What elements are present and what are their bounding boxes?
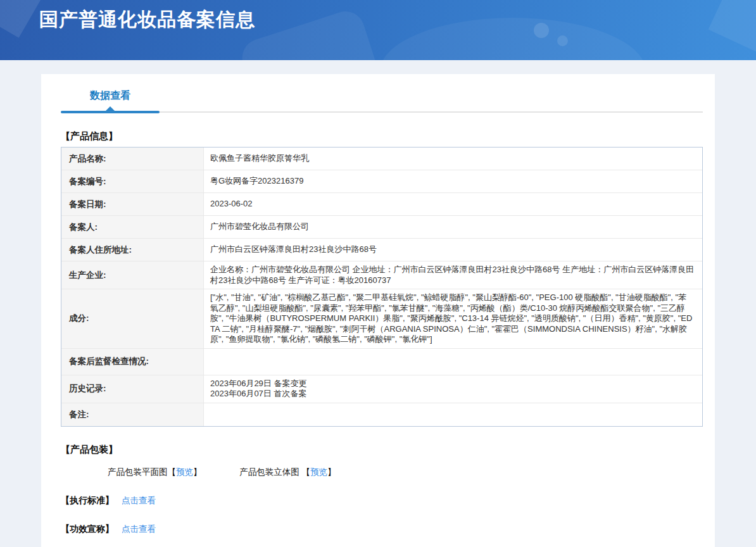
tab-bar: 数据查看 xyxy=(61,74,703,113)
row-value: 欧佩鱼子酱精华胶原箐华乳 xyxy=(204,148,702,170)
bracket-open: 【 xyxy=(302,467,311,477)
standards-label: 【执行标准】 xyxy=(61,495,114,505)
standards-row: 【执行标准】点击查看 xyxy=(61,495,703,506)
row-value: 广州市碧莹化妆品有限公司 xyxy=(204,216,702,238)
table-row-registrant-address: 备案人住所地址: 广州市白云区钟落潭良田村23社良沙中路68号 xyxy=(61,239,702,261)
bracket-close: 】 xyxy=(193,467,202,477)
row-label: 产品名称: xyxy=(61,148,204,170)
table-row-ingredients: 成分: ["水", "甘油", "矿油", "棕榈酸乙基己酯", "聚二甲基硅氧… xyxy=(61,289,702,349)
table-row-history: 历史记录: 2023年06月29日 备案变更 2023年06月07日 首次备案 xyxy=(61,375,702,403)
row-value: 2023-06-02 xyxy=(204,193,702,215)
row-value: ["水", "甘油", "矿油", "棕榈酸乙基己酯", "聚二甲基硅氧烷", … xyxy=(204,289,702,348)
row-label: 备案后监督检查情况: xyxy=(61,349,204,375)
packaging-stereo-view-item: 产品包装立体图 【预览】 xyxy=(239,467,336,478)
row-label: 生产企业: xyxy=(61,261,204,289)
row-value: 广州市白云区钟落潭良田村23社良沙中路68号 xyxy=(204,239,702,261)
row-label: 历史记录: xyxy=(61,375,204,403)
packaging-flat-view-preview-link[interactable]: 预览 xyxy=(176,467,193,477)
bracket-open: 【 xyxy=(168,467,177,477)
packaging-links-row: 产品包装平面图【预览】 产品包装立体图 【预览】 xyxy=(108,467,703,478)
row-label: 备案人: xyxy=(61,216,204,238)
row-label: 成分: xyxy=(61,289,204,348)
product-info-section-title: 【产品信息】 xyxy=(61,130,703,142)
product-info-table: 产品名称: 欧佩鱼子酱精华胶原箐华乳 备案编号: 粤G妆网备字202321637… xyxy=(61,147,703,427)
table-row-product-name: 产品名称: 欧佩鱼子酱精华胶原箐华乳 xyxy=(61,148,702,170)
bracket-close: 】 xyxy=(327,467,336,477)
table-row-registration-date: 备案日期: 2023-06-02 xyxy=(61,193,702,216)
efficacy-row: 【功效宣称】点击查看 xyxy=(61,524,703,535)
row-label: 备案人住所地址: xyxy=(61,239,204,261)
row-value xyxy=(204,349,702,375)
history-entry: 2023年06月29日 备案变更 xyxy=(210,379,306,389)
content-card: 数据查看 【产品信息】 产品名称: 欧佩鱼子酱精华胶原箐华乳 备案编号: 粤G妆… xyxy=(41,74,715,547)
table-row-manufacturer: 生产企业: 企业名称：广州市碧莹化妆品有限公司 企业地址：广州市白云区钟落潭良田… xyxy=(61,261,702,289)
standards-view-link[interactable]: 点击查看 xyxy=(122,496,156,505)
row-label: 备注: xyxy=(61,403,204,426)
packaging-stereo-view-label: 产品包装立体图 xyxy=(239,467,301,477)
packaging-flat-view-label: 产品包装平面图 xyxy=(108,467,168,477)
tab-active-indicator xyxy=(61,111,160,113)
row-label: 备案编号: xyxy=(61,170,204,192)
page-title: 国产普通化妆品备案信息 xyxy=(0,0,756,33)
row-value: 粤G妆网备字2023216379 xyxy=(204,170,702,192)
table-row-supervision-status: 备案后监督检查情况: xyxy=(61,349,702,375)
packaging-flat-view-item: 产品包装平面图【预览】 xyxy=(108,467,202,478)
table-row-registrant: 备案人: 广州市碧莹化妆品有限公司 xyxy=(61,216,702,239)
row-value: 2023年06月29日 备案变更 2023年06月07日 首次备案 xyxy=(204,375,702,403)
tab-track xyxy=(61,111,703,113)
efficacy-label: 【功效宣称】 xyxy=(61,524,114,534)
packaging-stereo-view-preview-link[interactable]: 预览 xyxy=(310,467,327,477)
table-row-remarks: 备注: xyxy=(61,403,702,426)
efficacy-view-link[interactable]: 点击查看 xyxy=(122,524,156,534)
history-entry: 2023年06月07日 首次备案 xyxy=(210,389,306,399)
packaging-section-title: 【产品包装】 xyxy=(61,444,703,456)
banner-decor-dot xyxy=(557,35,568,46)
row-value xyxy=(204,403,702,426)
page-header-banner: 国产普通化妆品备案信息 xyxy=(0,0,756,60)
row-label: 备案日期: xyxy=(61,193,204,215)
table-row-registration-number: 备案编号: 粤G妆网备字2023216379 xyxy=(61,170,702,193)
row-value: 企业名称：广州市碧莹化妆品有限公司 企业地址：广州市白云区钟落潭良田村23社良沙… xyxy=(204,261,702,289)
